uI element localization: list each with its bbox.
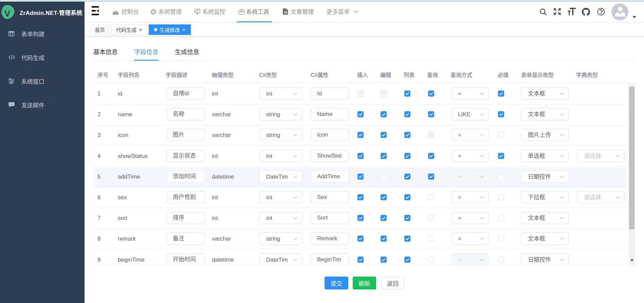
svg-text:V: V (4, 8, 11, 19)
